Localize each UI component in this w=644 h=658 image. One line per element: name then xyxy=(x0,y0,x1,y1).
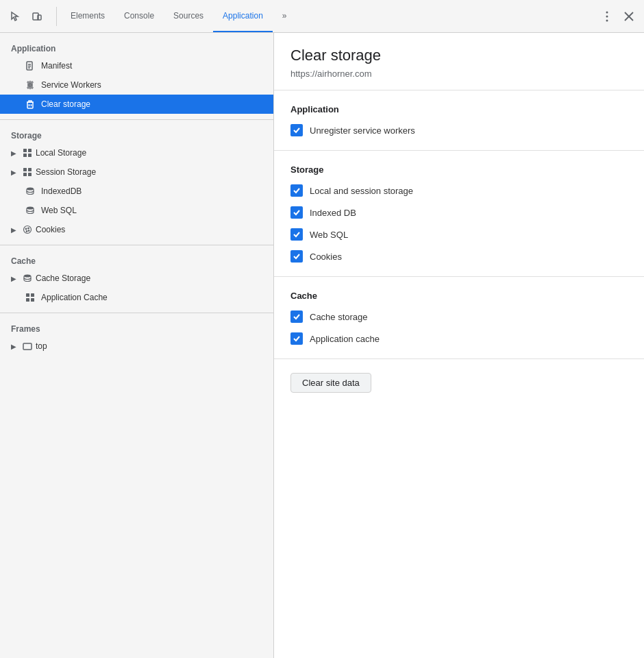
svg-rect-20 xyxy=(23,173,27,176)
sidebar-divider-3 xyxy=(0,313,273,313)
svg-rect-14 xyxy=(23,149,27,152)
clear-site-data-button[interactable]: Clear site data xyxy=(290,373,371,393)
arrow-icon: ▶ xyxy=(11,275,16,282)
checkbox-app-cache-input[interactable] xyxy=(290,332,303,345)
svg-point-24 xyxy=(24,226,32,234)
content-url: https://airhorner.com xyxy=(290,69,628,79)
content-panel: Clear storage https://airhorner.com Appl… xyxy=(274,33,644,658)
checkbox-web-sql-input[interactable] xyxy=(290,228,303,241)
svg-rect-18 xyxy=(23,168,27,171)
svg-rect-11 xyxy=(27,102,33,108)
checkbox-local-session-input[interactable] xyxy=(290,184,303,197)
application-section: Application Unregister service workers xyxy=(274,90,644,151)
svg-rect-30 xyxy=(26,293,29,297)
checkbox-cookies: Cookies xyxy=(290,250,628,263)
checkbox-unregister-sw: Unregister service workers xyxy=(290,124,628,136)
tab-elements[interactable]: Elements xyxy=(61,0,114,32)
sidebar-item-application-cache[interactable]: Application Cache xyxy=(0,288,273,307)
svg-point-23 xyxy=(27,207,34,210)
sidebar-item-cookies[interactable]: ▶ Cookies xyxy=(0,220,273,239)
svg-point-4 xyxy=(606,19,608,21)
cache-section: Cache Cache storage Application cache xyxy=(274,277,644,359)
svg-point-3 xyxy=(606,15,608,17)
content-header: Clear storage https://airhorner.com xyxy=(274,33,644,90)
main-layout: Application Manifest Service Workers xyxy=(0,33,644,658)
checkbox-app-cache: Application cache xyxy=(290,332,628,345)
db-icon-indexed xyxy=(25,186,36,196)
svg-point-22 xyxy=(27,188,34,191)
content-title: Clear storage xyxy=(290,47,628,64)
sidebar-divider-1 xyxy=(0,119,273,120)
sidebar-item-manifest[interactable]: Manifest xyxy=(0,56,273,75)
checkbox-cache-storage-input[interactable] xyxy=(290,310,303,323)
svg-point-27 xyxy=(26,231,27,232)
grid-icon-session xyxy=(22,167,33,177)
cookie-icon xyxy=(22,225,33,234)
sidebar-section-frames: Frames xyxy=(0,319,273,337)
svg-point-28 xyxy=(28,230,29,232)
application-section-title: Application xyxy=(290,104,628,114)
toolbar-right xyxy=(597,7,639,26)
checkbox-unregister-sw-input[interactable] xyxy=(290,124,303,136)
grid-icon-local xyxy=(22,148,33,158)
checkbox-cache-storage: Cache storage xyxy=(290,310,628,323)
svg-rect-17 xyxy=(28,154,32,157)
svg-rect-15 xyxy=(28,149,32,152)
svg-point-2 xyxy=(606,11,608,13)
db-icon-websql xyxy=(25,206,36,215)
sidebar-item-clear-storage[interactable]: Clear storage xyxy=(0,95,273,114)
close-devtools-button[interactable] xyxy=(619,7,639,26)
tab-more[interactable]: » xyxy=(273,0,297,32)
sidebar-item-local-storage[interactable]: ▶ Local Storage xyxy=(0,143,273,162)
svg-point-25 xyxy=(25,228,27,230)
sidebar: Application Manifest Service Workers xyxy=(0,33,274,658)
svg-rect-21 xyxy=(28,173,32,176)
arrow-icon: ▶ xyxy=(11,226,16,234)
arrow-icon: ▶ xyxy=(11,343,16,350)
grid-icon-appcache xyxy=(25,293,36,302)
cache-section-title: Cache xyxy=(290,291,628,301)
arrow-icon: ▶ xyxy=(11,149,16,157)
sidebar-item-session-storage[interactable]: ▶ Session Storage xyxy=(0,162,273,182)
checkbox-local-session: Local and session storage xyxy=(290,184,628,197)
db-icon-cache xyxy=(22,273,33,283)
file-icon xyxy=(25,61,36,71)
tab-sources[interactable]: Sources xyxy=(164,0,213,32)
gear-icon xyxy=(25,80,36,90)
sidebar-item-indexeddb[interactable]: IndexedDB xyxy=(0,182,273,201)
checkbox-cookies-input[interactable] xyxy=(290,250,303,263)
cursor-icon-button[interactable] xyxy=(5,7,25,26)
checkbox-indexed-db-input[interactable] xyxy=(290,206,303,219)
toolbar-left-icons xyxy=(5,7,47,26)
sidebar-section-storage: Storage xyxy=(0,125,273,143)
svg-rect-33 xyxy=(31,298,34,302)
sidebar-item-top[interactable]: ▶ top xyxy=(0,337,273,356)
tab-bar: Elements Console Sources Application » xyxy=(61,0,597,32)
storage-section-title: Storage xyxy=(290,164,628,175)
more-options-button[interactable] xyxy=(597,7,617,26)
tab-console[interactable]: Console xyxy=(114,0,164,32)
trash-icon xyxy=(25,99,36,109)
toolbar-divider xyxy=(56,7,57,26)
tab-application[interactable]: Application xyxy=(213,0,273,32)
toolbar: Elements Console Sources Application » xyxy=(0,0,644,33)
checkbox-web-sql: Web SQL xyxy=(290,228,628,241)
svg-rect-16 xyxy=(23,154,27,157)
svg-rect-32 xyxy=(26,298,29,302)
content-footer: Clear site data xyxy=(274,359,644,406)
svg-point-29 xyxy=(24,275,31,278)
sidebar-section-cache: Cache xyxy=(0,251,273,269)
frame-icon xyxy=(22,341,33,351)
sidebar-item-cache-storage[interactable]: ▶ Cache Storage xyxy=(0,269,273,288)
sidebar-section-application: Application xyxy=(0,38,273,56)
svg-point-26 xyxy=(28,228,29,229)
device-icon-button[interactable] xyxy=(27,7,47,26)
sidebar-item-web-sql[interactable]: Web SQL xyxy=(0,201,273,220)
sidebar-item-service-workers[interactable]: Service Workers xyxy=(0,75,273,95)
svg-rect-34 xyxy=(23,343,32,350)
svg-rect-31 xyxy=(31,293,34,297)
storage-section: Storage Local and session storage Indexe… xyxy=(274,151,644,277)
svg-rect-19 xyxy=(28,168,32,171)
sidebar-divider-2 xyxy=(0,245,273,245)
svg-rect-1 xyxy=(38,15,41,20)
